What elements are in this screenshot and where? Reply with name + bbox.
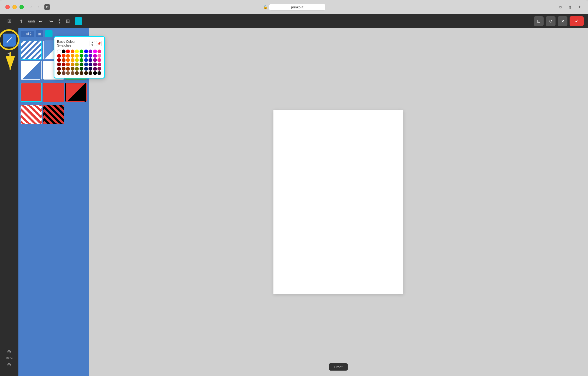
color-swatch[interactable] xyxy=(71,54,74,58)
color-swatch[interactable] xyxy=(62,67,66,71)
color-swatch[interactable] xyxy=(75,54,79,58)
confirm-button[interactable]: ✓ xyxy=(570,16,584,26)
back-button[interactable]: ‹ xyxy=(28,4,34,10)
color-swatch[interactable] xyxy=(97,50,101,53)
color-swatch[interactable] xyxy=(66,63,70,66)
color-swatch[interactable] xyxy=(66,71,70,75)
color-swatch[interactable] xyxy=(84,63,88,66)
pattern-item[interactable] xyxy=(65,83,87,102)
pattern-item[interactable] xyxy=(43,105,64,124)
close-editor-button[interactable]: ✕ xyxy=(558,16,567,26)
panel-dropdown[interactable]: undi ▲ ▼ xyxy=(21,31,34,37)
color-swatch[interactable] xyxy=(89,63,92,66)
color-swatch[interactable] xyxy=(62,63,66,66)
draw-tool[interactable] xyxy=(3,34,16,47)
sidebar-toggle[interactable]: ⊟ xyxy=(44,4,50,10)
color-swatch[interactable] xyxy=(97,63,101,66)
color-swatch[interactable] xyxy=(62,58,66,62)
layers-button[interactable]: ▲ ▼ xyxy=(58,18,61,24)
color-swatch[interactable] xyxy=(97,71,101,75)
color-swatch[interactable] xyxy=(97,54,101,58)
color-swatch[interactable] xyxy=(84,58,88,62)
share-button[interactable]: ⬆ xyxy=(16,16,26,26)
maximize-button[interactable] xyxy=(19,5,24,9)
color-swatch[interactable] xyxy=(57,63,61,66)
color-swatch[interactable] xyxy=(75,58,79,62)
reload-icon[interactable]: ↺ xyxy=(557,4,563,10)
color-swatch[interactable] xyxy=(89,67,92,71)
color-swatch[interactable] xyxy=(84,67,88,71)
text-tool[interactable]: T xyxy=(3,49,16,62)
minimize-button[interactable] xyxy=(12,5,17,9)
color-swatch[interactable] xyxy=(62,50,66,53)
color-swatch[interactable] xyxy=(62,54,66,58)
color-swatch[interactable] xyxy=(84,71,88,75)
zoom-out-button[interactable]: ⊖ xyxy=(5,361,13,368)
share-icon[interactable]: ⬆ xyxy=(567,4,573,10)
color-swatch[interactable] xyxy=(80,50,83,53)
color-swatch[interactable] xyxy=(57,50,61,53)
color-swatch[interactable] xyxy=(93,54,97,58)
color-swatch[interactable] xyxy=(66,67,70,71)
color-swatch[interactable] xyxy=(89,54,92,58)
color-swatch[interactable] xyxy=(80,58,83,62)
color-swatch[interactable] xyxy=(62,71,66,75)
color-swatch[interactable] xyxy=(71,50,74,53)
forward-button[interactable]: › xyxy=(36,4,42,10)
color-swatch[interactable] xyxy=(93,58,97,62)
color-swatch[interactable] xyxy=(71,67,74,71)
color-swatch[interactable] xyxy=(93,67,97,71)
color-swatch[interactable] xyxy=(89,50,92,53)
color-swatch[interactable] xyxy=(57,67,61,71)
panel-color-indicator[interactable] xyxy=(45,30,53,37)
pattern-item[interactable] xyxy=(21,61,42,80)
color-swatch[interactable] xyxy=(75,50,79,53)
color-swatch[interactable] xyxy=(57,71,61,75)
close-button[interactable] xyxy=(5,5,10,9)
color-swatch[interactable] xyxy=(75,71,79,75)
swatches-pin-button[interactable]: 📌 xyxy=(96,41,102,46)
app-toolbar: ⊞ ⬆ undi ↩ ↪ ▲ ▼ ⊞ ⊡ ↺ ✕ ✓ xyxy=(0,14,588,28)
color-swatch[interactable] xyxy=(71,63,74,66)
title-bar: ‹ › ⊟ 🔒 prinko.it ↺ ⬆ + xyxy=(0,0,588,14)
color-swatch[interactable] xyxy=(93,63,97,66)
color-swatch[interactable] xyxy=(89,71,92,75)
grid-view-button[interactable]: ⊞ xyxy=(63,16,73,26)
refresh-button[interactable]: ↺ xyxy=(546,16,556,26)
pattern-item[interactable] xyxy=(21,83,42,102)
undo-button[interactable]: ↩ xyxy=(36,16,46,26)
color-swatch[interactable] xyxy=(66,58,70,62)
color-swatch[interactable] xyxy=(80,71,83,75)
color-swatch[interactable] xyxy=(80,67,83,71)
zoom-in-button[interactable]: ⊕ xyxy=(5,348,13,355)
color-button[interactable] xyxy=(75,17,82,25)
color-swatch[interactable] xyxy=(71,71,74,75)
panel-layout-toggle[interactable]: ⊞ xyxy=(36,30,43,37)
color-swatch[interactable] xyxy=(75,67,79,71)
color-swatch[interactable] xyxy=(84,50,88,53)
redo-button[interactable]: ↪ xyxy=(46,16,56,26)
pattern-button[interactable]: ⊞ xyxy=(4,16,14,26)
pattern-item[interactable] xyxy=(43,83,64,102)
color-swatch[interactable] xyxy=(93,50,97,53)
color-swatch[interactable] xyxy=(89,58,92,62)
swatches-up-button[interactable]: ▲▼ xyxy=(90,41,95,46)
color-swatch[interactable] xyxy=(66,50,70,53)
swatches-popup: Basic Colour Swatches ▲▼ 📌 xyxy=(54,36,105,79)
color-swatch[interactable] xyxy=(57,58,61,62)
pattern-item[interactable] xyxy=(21,105,42,124)
color-swatch[interactable] xyxy=(71,58,74,62)
color-swatch[interactable] xyxy=(97,58,101,62)
color-swatch[interactable] xyxy=(80,63,83,66)
add-tab-icon[interactable]: + xyxy=(577,4,583,10)
crop-button[interactable]: ⊡ xyxy=(534,16,544,26)
color-swatch[interactable] xyxy=(75,63,79,66)
color-swatch[interactable] xyxy=(84,54,88,58)
url-bar[interactable]: prinko.it xyxy=(269,4,325,11)
color-swatch[interactable] xyxy=(80,54,83,58)
color-swatch[interactable] xyxy=(66,54,70,58)
pattern-item[interactable] xyxy=(21,41,42,60)
color-swatch[interactable] xyxy=(97,67,101,71)
color-swatch[interactable] xyxy=(57,54,61,58)
color-swatch[interactable] xyxy=(93,71,97,75)
